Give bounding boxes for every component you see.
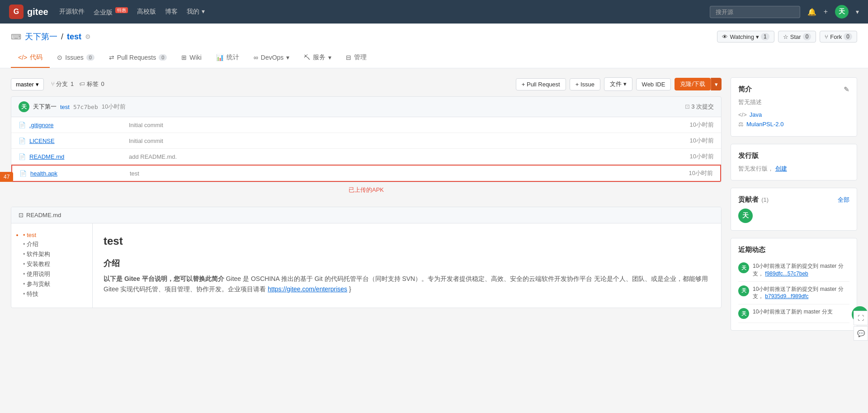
file-name[interactable]: .gitignore: [29, 122, 129, 128]
sidebar-releases: 发行版 暂无发行版， 创建: [731, 144, 857, 180]
star-button[interactable]: ☆ Star 0: [778, 31, 816, 43]
brand-logo[interactable]: G gitee: [9, 5, 48, 19]
activity-link[interactable]: f989dfc...57c7beb: [765, 271, 808, 277]
eye-icon: 👁: [722, 33, 728, 40]
clone-dropdown-button[interactable]: ▾: [711, 78, 722, 90]
nav-university[interactable]: 高校版: [137, 8, 156, 16]
toc-item[interactable]: 安装教程: [23, 259, 85, 269]
file-commit-msg: add README.md.: [129, 153, 690, 160]
readme-filename: README.md: [26, 212, 61, 218]
nav-enterprise[interactable]: 企业版 特惠: [94, 7, 128, 17]
activity-title: 近期动态: [738, 246, 849, 254]
toc-item-active[interactable]: test: [23, 231, 85, 239]
create-release-link[interactable]: 创建: [775, 165, 787, 172]
file-button[interactable]: 文件 ▾: [604, 77, 632, 91]
tab-devops[interactable]: ∞ DevOps ▾: [246, 48, 297, 67]
manage-tab-label: 管理: [354, 53, 367, 62]
tab-service[interactable]: ⛏ 服务 ▾: [297, 48, 339, 68]
contributor-header: 贡献者 (1) 全部: [738, 195, 849, 204]
issues-tab-icon: ⊙: [57, 54, 62, 61]
commit-time: 10小时前: [102, 103, 126, 111]
commit-author-link[interactable]: 天下第一: [33, 103, 57, 111]
branch-dropdown-icon: ▾: [36, 81, 39, 88]
repo-owner-link[interactable]: 天下第一: [25, 31, 57, 42]
toc-item[interactable]: 软件架构: [23, 249, 85, 259]
code-tab-icon: </>: [18, 54, 27, 61]
enterprise-badge: 特惠: [115, 7, 128, 13]
readme-body: test 介绍 软件架构 安装教程 使用说明 参与贡献 特技 test 介绍 以…: [11, 223, 721, 308]
contributor-avatar[interactable]: 天: [738, 209, 753, 223]
float-chat-button[interactable]: 💬: [854, 326, 868, 341]
star-label: Star: [790, 33, 801, 40]
notification-icon[interactable]: 🔔: [807, 8, 816, 16]
readme-paragraph: 以下是 Gitee 平台说明，您可以替换此简介 Gitee 是 OSCHINA …: [104, 274, 710, 294]
activity-list: 天 10小时前推送了新的提交到 master 分支， f989dfc...57c…: [738, 259, 849, 323]
web-ide-button[interactable]: Web IDE: [636, 78, 671, 90]
navbar-right: 🔔 + 天 ▾: [710, 5, 859, 19]
repo-settings-icon[interactable]: ⚙: [85, 33, 91, 40]
table-row: 📄 .gitignore Initial commit 10小时前: [11, 117, 721, 133]
file-name[interactable]: LICENSE: [29, 138, 129, 144]
clone-button[interactable]: 克隆/下载: [675, 78, 711, 90]
file-time: 10小时前: [690, 152, 714, 161]
commit-message[interactable]: test: [60, 104, 70, 110]
license-icon: ⚖: [738, 121, 744, 128]
fork-button[interactable]: ⑂ Fork 0: [820, 31, 857, 43]
nav-mine[interactable]: 我的 ▾: [187, 8, 205, 16]
toc-list: test 介绍 软件架构 安装教程 使用说明 参与贡献 特技: [19, 231, 85, 299]
nav-blog[interactable]: 博客: [165, 8, 178, 16]
star-count: 0: [803, 33, 811, 40]
readme-section: ⊡ README.md test 介绍 软件架构 安装教程 使用说明 参与贡献 …: [11, 207, 722, 308]
toc-item[interactable]: 使用说明: [23, 269, 85, 279]
toc-item[interactable]: 介绍: [23, 239, 85, 249]
tab-issues[interactable]: ⊙ Issues 0: [50, 48, 102, 67]
readme-link[interactable]: https://gitee.com/enterprises: [268, 285, 347, 293]
branch-left: master ▾ ⑂ 分支 1 🏷 标签 0: [11, 78, 104, 90]
contributors-title: 贡献者 (1): [738, 195, 769, 204]
commit-hash: 57c7beb: [73, 104, 98, 110]
file-name[interactable]: README.md: [29, 153, 129, 160]
pr-tab-label: Pull Requests: [117, 54, 156, 61]
issues-badge: 0: [86, 54, 94, 61]
branch-selector[interactable]: master ▾: [11, 78, 44, 90]
activity-text: 10小时前推送了新的提交到 master 分支， f989dfc...57c7b…: [753, 262, 849, 278]
issues-tab-label: Issues: [65, 54, 83, 61]
avatar-dropdown-icon[interactable]: ▾: [856, 8, 859, 15]
separator: /: [61, 32, 63, 42]
tab-pr[interactable]: ⇄ Pull Requests 0: [102, 48, 175, 67]
file-time: 10小时前: [689, 169, 713, 177]
watching-label: Watching: [730, 33, 754, 40]
search-input[interactable]: [710, 6, 800, 18]
code-icon: ⌨: [11, 33, 21, 41]
watching-button[interactable]: 👁 Watching ▾ 1: [717, 31, 774, 43]
toc-item[interactable]: 参与贡献: [23, 279, 85, 289]
license-link[interactable]: MulanPSL-2.0: [746, 121, 783, 128]
sidebar-intro-title: 简介 ✎: [738, 85, 849, 94]
tab-code[interactable]: </> 代码: [11, 48, 50, 68]
pull-request-button[interactable]: + Pull Request: [516, 78, 566, 90]
contributors-all-link[interactable]: 全部: [838, 196, 849, 204]
file-commit-msg: Initial commit: [129, 138, 690, 144]
activity-text: 10小时前推送了新的提交到 master 分支， b7935d9...f989d…: [753, 285, 849, 301]
repo-name-link[interactable]: test: [67, 32, 81, 42]
tab-manage[interactable]: ⊟ 管理: [339, 48, 374, 68]
tab-stats[interactable]: 📊 统计: [209, 48, 246, 68]
devops-dropdown-icon: ▾: [286, 54, 289, 61]
nav-opensource[interactable]: 开源软件: [59, 8, 85, 16]
apk-annotation: 已上传的APK: [11, 182, 722, 198]
file-name[interactable]: health.apk: [30, 170, 130, 177]
mine-dropdown-icon: ▾: [202, 8, 205, 15]
edit-icon[interactable]: ✎: [844, 85, 849, 94]
language-link[interactable]: Java: [750, 111, 762, 118]
plus-icon[interactable]: +: [824, 8, 828, 16]
brand-name: gitee: [27, 7, 48, 17]
float-expand-button[interactable]: ⛶: [854, 311, 868, 325]
new-issue-button[interactable]: + Issue: [570, 78, 600, 90]
commit-info: 天 天下第一 test 57c7beb 10小时前: [19, 101, 126, 112]
clone-button-group: 克隆/下载 ▾: [675, 78, 722, 90]
tab-wiki[interactable]: ⊞ Wiki: [174, 48, 208, 67]
activity-link[interactable]: b7935d9...f989dfc: [765, 293, 808, 299]
toc-item[interactable]: 特技: [23, 289, 85, 299]
readme-section-title: 介绍: [104, 257, 710, 270]
avatar[interactable]: 天: [835, 5, 849, 19]
